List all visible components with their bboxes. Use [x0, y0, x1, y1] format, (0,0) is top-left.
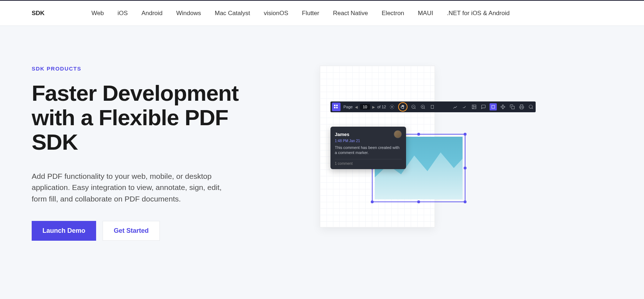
comment-body: This comment has been created with a com…: [335, 145, 402, 155]
svg-rect-0: [334, 105, 335, 106]
comment-author: James: [335, 132, 349, 137]
avatar: [394, 130, 402, 138]
resize-handle-bm[interactable]: [417, 200, 420, 203]
svg-point-18: [529, 105, 532, 108]
hero-subtitle: Add PDF functionality to your web, mobil…: [32, 171, 233, 205]
move-icon[interactable]: [500, 104, 506, 110]
get-started-button[interactable]: Get Started: [103, 221, 160, 241]
image-icon[interactable]: [471, 104, 477, 110]
navbar: SDK Web iOS Android Windows Mac Catalyst…: [0, 1, 644, 26]
nav-link-react-native[interactable]: React Native: [333, 10, 368, 17]
prev-page-icon[interactable]: ◀: [355, 105, 358, 109]
svg-rect-12: [431, 105, 434, 109]
comment-footer: 1 comment: [335, 159, 402, 166]
grid-menu-icon[interactable]: [332, 103, 341, 111]
copy-icon[interactable]: [509, 104, 515, 110]
hero-title: Faster Development with a Flexible PDF S…: [32, 81, 262, 155]
resize-handle-mr[interactable]: [464, 167, 467, 169]
zoom-out-icon[interactable]: [410, 104, 417, 110]
resize-handle-tr[interactable]: [464, 133, 467, 136]
nav-link-android[interactable]: Android: [141, 10, 163, 17]
annotate-icon[interactable]: [452, 104, 459, 110]
nav-link-web[interactable]: Web: [91, 10, 104, 17]
svg-rect-16: [512, 106, 515, 109]
current-page[interactable]: 10: [360, 104, 370, 110]
resize-handle-bl[interactable]: [371, 200, 374, 203]
eyebrow-label: SDK PRODUCTS: [32, 65, 262, 72]
svg-line-19: [532, 108, 533, 109]
svg-line-9: [424, 108, 425, 109]
nav-links: Web iOS Android Windows Mac Catalyst vis…: [91, 10, 510, 17]
nav-link-mac-catalyst[interactable]: Mac Catalyst: [215, 10, 250, 17]
resize-handle-tm[interactable]: [417, 133, 420, 136]
svg-line-6: [415, 108, 415, 109]
svg-rect-17: [521, 107, 523, 109]
comment-header: James: [335, 130, 402, 138]
nav-link-maui[interactable]: MAUI: [418, 10, 433, 17]
sign-icon[interactable]: [461, 104, 468, 110]
pan-tool-icon[interactable]: [398, 102, 407, 112]
svg-rect-2: [334, 107, 335, 108]
launch-demo-button[interactable]: Launch Demo: [32, 221, 96, 241]
select-tool-icon[interactable]: [490, 103, 497, 110]
next-page-icon[interactable]: ▶: [372, 105, 375, 109]
cta-row: Launch Demo Get Started: [32, 221, 262, 241]
svg-point-4: [392, 106, 393, 108]
nav-link-electron[interactable]: Electron: [382, 10, 404, 17]
total-pages: of 12: [377, 105, 386, 109]
fit-page-icon[interactable]: [429, 104, 436, 110]
svg-rect-3: [336, 107, 338, 108]
hero-section: SDK PRODUCTS Faster Development with a F…: [0, 26, 644, 241]
resize-handle-br[interactable]: [464, 200, 467, 203]
search-icon[interactable]: [528, 104, 534, 110]
hero-illustration: Page ◀ 10 ▶ of 12 James: [291, 65, 612, 241]
nav-link-ios[interactable]: iOS: [118, 10, 128, 17]
pdf-toolbar: Page ◀ 10 ▶ of 12: [330, 101, 536, 112]
svg-rect-1: [336, 105, 338, 106]
hero-content: SDK PRODUCTS Faster Development with a F…: [32, 65, 262, 241]
nav-link-flutter[interactable]: Flutter: [302, 10, 319, 17]
svg-rect-15: [492, 105, 495, 108]
nav-brand: SDK: [32, 10, 45, 17]
nav-link-visionos[interactable]: visionOS: [264, 10, 288, 17]
page-indicator: Page ◀ 10 ▶ of 12: [343, 104, 386, 110]
comment-popup[interactable]: James 1:48 PM Jan 21 This comment has be…: [330, 127, 406, 169]
page-label: Page: [343, 105, 353, 109]
svg-point-14: [473, 106, 474, 107]
comment-timestamp: 1:48 PM Jan 21: [335, 139, 402, 143]
comment-icon[interactable]: [480, 104, 487, 110]
zoom-in-icon[interactable]: [420, 104, 426, 110]
print-icon[interactable]: [518, 104, 525, 110]
nav-link-windows[interactable]: Windows: [176, 10, 201, 17]
nav-link-dotnet[interactable]: .NET for iOS & Android: [447, 10, 509, 17]
settings-icon[interactable]: [389, 104, 395, 110]
